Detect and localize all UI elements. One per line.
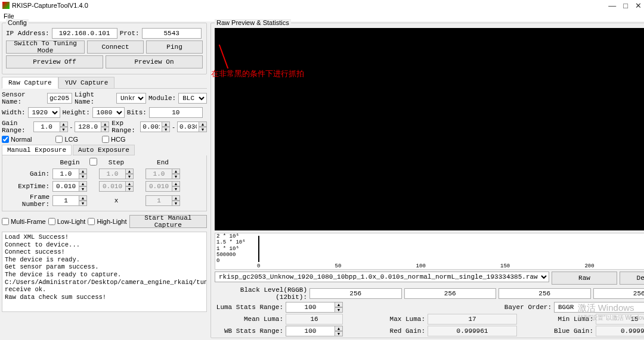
frame-step-x: x — [99, 197, 134, 204]
filename-select[interactable]: rkisp_gc2053_Unknow_1920_1080_10bpp_1.0x… — [215, 272, 549, 282]
capture-tabs: Raw Capture YUV Capture — [2, 77, 207, 89]
luma-range-label: Luma Stats Range: — [215, 304, 283, 311]
black-level-label: Black Level(RGGB)(12bit): — [215, 286, 307, 301]
config-group: Config IP Address: Prot: Switch To Tunin… — [2, 23, 207, 74]
normal-checkbox[interactable]: Normal — [2, 136, 32, 143]
low-light-checkbox[interactable]: Low-Light — [48, 218, 86, 225]
minimize-button[interactable]: — — [608, 1, 616, 10]
prot-input[interactable] — [142, 28, 202, 39]
red-gain-label: Red Gain: — [371, 327, 425, 335]
step-checkbox[interactable] — [89, 158, 97, 166]
raw-preview — [215, 28, 644, 230]
blue-gain: 0.99997 — [596, 326, 644, 336]
preview-group: Raw Preview & Statistics 在非常黑的条件下进行抓拍 2 … — [210, 23, 644, 338]
black-r[interactable] — [309, 288, 402, 299]
preview-title: Raw Preview & Statistics — [215, 19, 291, 26]
exp-range-min[interactable] — [140, 121, 162, 132]
bits-input[interactable] — [149, 107, 203, 118]
max-luma: 17 — [428, 314, 517, 325]
log-output: Load XML Success! Connect to device... C… — [2, 232, 207, 312]
wb-range[interactable] — [286, 326, 335, 336]
sensor-input[interactable] — [47, 93, 72, 104]
maximize-button[interactable]: □ — [623, 1, 628, 10]
width-select[interactable]: 1920 — [28, 107, 60, 118]
hcg-checkbox[interactable]: HCG — [102, 136, 125, 143]
gain-label: Gain: — [5, 170, 49, 177]
min-luma-label: Min Luma: — [546, 316, 593, 323]
menubar: File — [0, 11, 644, 21]
light-label: Light Name: — [75, 91, 114, 105]
ip-input[interactable] — [52, 28, 117, 39]
gain-begin[interactable] — [52, 169, 79, 179]
gain-step — [99, 169, 125, 179]
bits-label: Bits: — [127, 109, 147, 116]
raw-button[interactable]: Raw — [552, 272, 617, 285]
wb-range-label: WB Stats Range: — [215, 327, 283, 335]
red-gain: 0.999961 — [428, 326, 517, 336]
frame-begin[interactable] — [52, 195, 79, 206]
blue-gain-label: Blue Gain: — [546, 327, 593, 335]
subtab-manual-exposure[interactable]: Manual Exposure — [2, 145, 72, 155]
black-g2[interactable] — [499, 288, 591, 299]
height-select[interactable]: 1080 — [92, 107, 125, 118]
gain-range-label: Gain Range: — [2, 120, 31, 134]
histogram-chart: 2 * 10⁶ 1.5 * 10⁶ 1 * 10⁶ 500000 0 0 50 … — [215, 233, 644, 270]
multi-frame-checkbox[interactable]: Multi-Frame — [2, 218, 46, 225]
sensor-label: Sensor Name: — [2, 91, 45, 105]
exptime-begin[interactable] — [52, 181, 79, 192]
gain-end — [145, 169, 172, 179]
exptime-step — [99, 181, 125, 192]
black-g1[interactable] — [404, 288, 497, 299]
start-capture-button[interactable]: Start Manual Capture — [129, 215, 207, 228]
bayer-label: Bayer Order: — [504, 304, 552, 311]
lcg-checkbox[interactable]: LCG — [55, 136, 78, 143]
frame-label: Frame Number: — [5, 194, 49, 208]
gain-range-min[interactable] — [33, 121, 60, 132]
width-label: Width: — [2, 109, 26, 116]
min-luma: 15 — [596, 314, 644, 325]
tab-raw-capture[interactable]: Raw Capture — [2, 77, 58, 89]
annotation-text: 在非常黑的条件下进行抓拍 — [211, 68, 304, 79]
black-b[interactable] — [593, 288, 645, 299]
high-light-checkbox[interactable]: High-Light — [88, 218, 126, 225]
module-select[interactable]: BLC — [178, 93, 207, 104]
connect-button[interactable]: Connect — [87, 40, 144, 54]
bayer-select[interactable]: BGGR — [554, 302, 644, 313]
col-end: End — [145, 159, 180, 166]
preview-off-button[interactable]: Preview Off — [6, 55, 103, 68]
module-label: Module: — [148, 95, 176, 102]
height-label: Height: — [63, 109, 90, 116]
max-luma-label: Max Luma: — [371, 316, 425, 323]
exp-range-max[interactable] — [177, 121, 199, 132]
ip-label: IP Address: — [6, 30, 49, 37]
app-icon — [2, 2, 10, 9]
switch-tuning-button[interactable]: Switch To Tuning Mode — [6, 40, 85, 54]
mean-luma-label: Mean Luma: — [215, 316, 283, 323]
col-begin: Begin — [52, 159, 87, 166]
app-title: RKISP-CaptureToolV1.4.0 — [12, 2, 88, 9]
light-select[interactable]: Unknow — [116, 93, 146, 104]
raw-capture-panel: Sensor Name: Light Name: Unknow Module: … — [2, 91, 207, 228]
gain-range-max[interactable] — [75, 121, 101, 132]
demosaic-button[interactable]: Demosaic — [620, 272, 644, 285]
preview-on-button[interactable]: Preview On — [106, 55, 203, 68]
prot-label: Prot: — [120, 30, 140, 37]
config-title: Config — [6, 19, 29, 26]
exp-range-label: Exp Range: — [112, 120, 138, 134]
exptime-end — [145, 181, 172, 192]
luma-range[interactable] — [286, 302, 335, 313]
exptime-label: ExpTime: — [5, 183, 49, 190]
subtab-auto-exposure[interactable]: Auto Exposure — [73, 145, 135, 155]
tab-yuv-capture[interactable]: YUV Capture — [58, 77, 115, 88]
close-button[interactable]: ✕ — [635, 1, 642, 10]
mean-luma: 16 — [286, 314, 343, 325]
titlebar: RKISP-CaptureToolV1.4.0 — □ ✕ — [0, 0, 644, 11]
frame-end — [145, 195, 172, 206]
col-step: Step — [99, 159, 134, 166]
